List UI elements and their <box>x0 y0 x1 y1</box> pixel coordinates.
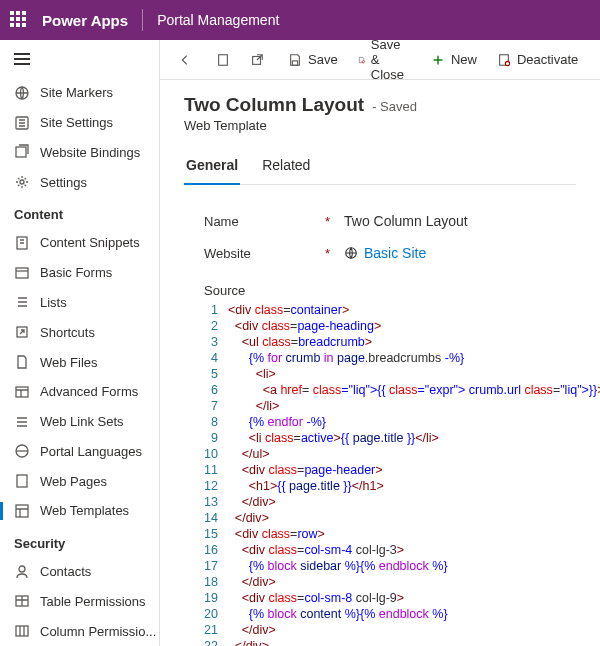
entity-type: Web Template <box>184 118 576 133</box>
sidebar-item-basic-forms[interactable]: Basic Forms <box>0 258 159 288</box>
sidebar-item-label: Shortcuts <box>40 325 95 340</box>
open-new-button[interactable] <box>242 47 272 73</box>
binding-icon <box>14 144 30 160</box>
website-value[interactable]: Basic Site <box>364 245 426 261</box>
app-title: Portal Management <box>157 12 279 28</box>
name-label: Name <box>204 214 239 229</box>
sidebar-item-lists[interactable]: Lists <box>0 288 159 318</box>
sidebar-item-web-link-sets[interactable]: Web Link Sets <box>0 407 159 437</box>
advanced-form-icon <box>14 384 30 400</box>
save-button[interactable]: Save <box>280 46 346 73</box>
sliders-icon <box>14 115 30 131</box>
globe-icon <box>344 246 358 260</box>
table-permission-icon <box>14 593 30 609</box>
sidebar-item-table-permissions[interactable]: Table Permissions <box>0 586 159 616</box>
sidebar-item-web-pages[interactable]: Web Pages <box>0 466 159 496</box>
column-permission-icon <box>14 623 30 639</box>
deactivate-label: Deactivate <box>517 52 578 67</box>
sidebar-item-label: Table Permissions <box>40 594 146 609</box>
line-gutter: 1234567891011121314151617181920212223 <box>204 302 228 646</box>
save-close-label: Save & Close <box>371 40 411 82</box>
save-label: Save <box>308 52 338 67</box>
svg-point-3 <box>20 180 24 184</box>
sidebar-item-portal-languages[interactable]: Portal Languages <box>0 436 159 466</box>
sidebar-item-label: Basic Forms <box>40 265 112 280</box>
svg-point-19 <box>505 61 509 65</box>
hamburger-button[interactable] <box>0 40 159 78</box>
sidebar-item-label: Column Permissio... <box>40 624 156 639</box>
back-button[interactable] <box>170 47 200 73</box>
tabs: General Related <box>184 151 576 185</box>
tab-general[interactable]: General <box>184 151 240 185</box>
source-editor[interactable]: 1234567891011121314151617181920212223 <d… <box>184 302 576 646</box>
svg-point-11 <box>19 566 25 572</box>
sidebar-section-security: Security <box>0 526 159 557</box>
sidebar-item-advanced-forms[interactable]: Advanced Forms <box>0 377 159 407</box>
globe-icon <box>14 85 30 101</box>
sidebar-item-settings[interactable]: Settings <box>0 167 159 197</box>
delete-button[interactable] <box>590 47 600 73</box>
source-label: Source <box>184 283 576 298</box>
svg-rect-5 <box>16 268 28 278</box>
svg-point-17 <box>362 60 364 62</box>
sidebar-item-label: Site Settings <box>40 115 113 130</box>
name-value: Two Column Layout <box>344 213 468 229</box>
required-icon: * <box>325 214 330 229</box>
brand-label: Power Apps <box>42 12 128 29</box>
sidebar-item-contacts[interactable]: Contacts <box>0 557 159 587</box>
sidebar-item-web-templates[interactable]: Web Templates <box>0 496 159 526</box>
sidebar-item-site-markers[interactable]: Site Markers <box>0 78 159 108</box>
svg-rect-13 <box>16 626 28 636</box>
svg-rect-10 <box>16 505 28 517</box>
new-button[interactable]: New <box>423 46 485 73</box>
sidebar-item-web-files[interactable]: Web Files <box>0 347 159 377</box>
page-title: Two Column Layout <box>184 94 364 116</box>
field-website[interactable]: Website* Basic Site <box>204 237 576 269</box>
sidebar-item-content-snippets[interactable]: Content Snippets <box>0 228 159 258</box>
svg-rect-9 <box>17 475 27 487</box>
sidebar-item-label: Settings <box>40 175 87 190</box>
website-label: Website <box>204 246 251 261</box>
tab-related[interactable]: Related <box>260 151 312 184</box>
sidebar-item-label: Web Files <box>40 355 98 370</box>
link-set-icon <box>14 414 30 430</box>
code-lines: <div class=container> <div class=page-he… <box>228 302 600 646</box>
form-icon <box>14 265 30 281</box>
sidebar-item-website-bindings[interactable]: Website Bindings <box>0 138 159 168</box>
content-area: Two Column Layout - Saved Web Template G… <box>160 80 600 646</box>
svg-rect-14 <box>219 54 228 65</box>
svg-rect-16 <box>292 60 297 64</box>
toolbar: Save Save & Close New Deactivate <box>160 40 600 80</box>
svg-rect-2 <box>16 147 26 157</box>
main: Save Save & Close New Deactivate Two Col… <box>160 40 600 646</box>
save-state: - Saved <box>372 99 417 114</box>
topbar-divider <box>142 9 143 31</box>
sidebar-item-label: Web Templates <box>40 503 129 518</box>
sidebar-item-label: Website Bindings <box>40 145 140 160</box>
sidebar-item-shortcuts[interactable]: Shortcuts <box>0 317 159 347</box>
details-button[interactable] <box>208 47 238 73</box>
gear-icon <box>14 174 30 190</box>
sidebar-item-label: Portal Languages <box>40 444 142 459</box>
sidebar-item-label: Web Link Sets <box>40 414 124 429</box>
sidebar-item-label: Web Pages <box>40 474 107 489</box>
sidebar-item-label: Site Markers <box>40 85 113 100</box>
sidebar-item-column-permissions[interactable]: Column Permissio... <box>0 616 159 646</box>
snippet-icon <box>14 235 30 251</box>
shortcut-icon <box>14 324 30 340</box>
sidebar-item-label: Content Snippets <box>40 235 140 250</box>
new-label: New <box>451 52 477 67</box>
page-icon <box>14 473 30 489</box>
list-icon <box>14 294 30 310</box>
sidebar: Site Markers Site Settings Website Bindi… <box>0 40 160 646</box>
app-launcher-icon[interactable] <box>10 11 28 29</box>
field-name[interactable]: Name* Two Column Layout <box>204 205 576 237</box>
sidebar-section-content: Content <box>0 197 159 228</box>
sidebar-item-site-settings[interactable]: Site Settings <box>0 108 159 138</box>
deactivate-button[interactable]: Deactivate <box>489 46 586 73</box>
contact-icon <box>14 564 30 580</box>
template-icon <box>14 503 30 519</box>
topbar: Power Apps Portal Management <box>0 0 600 40</box>
language-icon <box>14 443 30 459</box>
sidebar-item-label: Contacts <box>40 564 91 579</box>
